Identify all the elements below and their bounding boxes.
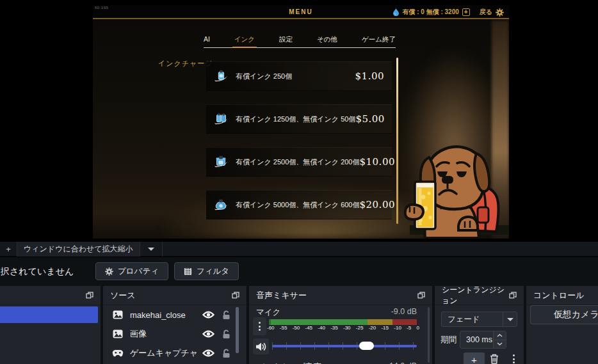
ink-2-icon (213, 111, 229, 127)
lock-icon[interactable] (222, 349, 230, 358)
shop-item-price: $5.00 (355, 113, 384, 125)
shop-item-price: $1.00 (355, 70, 384, 82)
mixer-panel-title: 音声ミキサー (256, 290, 307, 301)
controls-panel-header: コントロール (526, 286, 598, 305)
shop-section-title: インクチャージ (158, 59, 213, 68)
source-name: ゲームキャプチャ (130, 347, 198, 359)
mixer-channel2-name: デスクトップ音声 (256, 361, 321, 364)
transitions-kebab-menu[interactable] (513, 354, 515, 363)
mute-speaker-button[interactable] (253, 338, 269, 354)
meter-tick-label: -45 (305, 325, 312, 331)
game-tab[interactable]: AI (204, 35, 210, 44)
meter-tick-label: -60 (267, 325, 275, 331)
shop-scrollbar[interactable] (396, 58, 398, 224)
mixer-channel-level: -9.0 dB (391, 307, 417, 316)
popout-icon[interactable] (232, 292, 239, 299)
meter-tick-label: -40 (318, 325, 325, 331)
shop-item-row[interactable]: 有償インク 250個 $1.00 (206, 61, 392, 91)
preview-scale-bar: + ウィンドウに合わせて拡大縮小 (0, 242, 598, 257)
settings-gear-icon[interactable] (496, 8, 504, 17)
shop-item-label: 有償インク 2500個、無償インク 200個 (236, 157, 359, 167)
shop-item-label: 有償インク 5000個、無償インク 600個 (236, 200, 359, 210)
source-name: 画像 (130, 328, 147, 340)
spinner-down-button[interactable] (494, 340, 506, 349)
filter-icon (184, 267, 192, 276)
meter-tick-label: -50 (293, 325, 300, 331)
visibility-eye-icon[interactable] (202, 349, 214, 358)
spinner-up-button[interactable] (494, 331, 506, 340)
duration-label: 期間 (440, 335, 457, 345)
obs-main-window: 60:195 MENU 有償 : 0 無償 : 3200 + 戻る (0, 0, 598, 364)
transition-select[interactable]: フェード (441, 312, 517, 327)
mixer-channel-name: マイク (256, 307, 280, 318)
transitions-panel: シーントランジション フェード 期間 300 ms + (435, 286, 524, 364)
game-tab[interactable]: ゲーム終了 (362, 35, 396, 44)
scale-mode-tab[interactable]: ウィンドウに合わせて拡大縮小 (17, 242, 140, 257)
gear-icon (105, 267, 113, 276)
meter-tick-label: -10 (394, 325, 401, 331)
audio-mixer-panel: 音声ミキサー マイク -9.0 dB -60-55-50-45-40-35-30… (249, 286, 432, 364)
scenes-panel-header (0, 286, 101, 305)
volume-meter (269, 319, 417, 325)
popout-icon[interactable] (417, 292, 425, 299)
ink-bag-icon (213, 197, 229, 212)
shop-item-list: 有償インク 250個 $1.00 有償インク 1250個、無償インク 50個 $… (206, 61, 392, 233)
back-button[interactable]: 戻る (480, 8, 492, 17)
mixer-scrollbar[interactable] (428, 307, 430, 363)
filters-button[interactable]: フィルタ (174, 262, 239, 280)
shop-item-label: 有償インク 1250個、無償インク 50個 (236, 115, 355, 124)
volume-slider-handle[interactable] (359, 342, 374, 350)
shop-item-row[interactable]: 有償インク 1250個、無償インク 50個 $5.00 (206, 104, 392, 134)
scale-mode-dropdown[interactable] (140, 242, 162, 257)
meter-tick-label: -25 (356, 325, 364, 331)
add-transition-button[interactable]: + (464, 352, 485, 364)
source-list: makehai_close 画像 (103, 305, 246, 363)
transitions-panel-title: シーントランジション (442, 286, 509, 306)
mixer-kebab-menu[interactable] (253, 317, 266, 335)
popout-icon[interactable] (509, 292, 517, 299)
ink-box-icon (213, 154, 229, 170)
source-row[interactable]: ゲームキャプチャ (103, 344, 246, 363)
dog-character-illustration (402, 141, 509, 239)
sources-panel-header: ソース (103, 286, 246, 305)
game-tab[interactable]: インク (234, 35, 255, 44)
meter-tick-label: -15 (381, 325, 389, 331)
game-tab[interactable]: その他 (317, 35, 337, 44)
selected-scene-row[interactable] (0, 306, 98, 323)
visibility-eye-icon[interactable] (202, 310, 214, 319)
properties-button[interactable]: プロパティ (95, 262, 168, 280)
meter-tick-label: -5 (407, 325, 411, 331)
controls-panel-title: コントロール (533, 290, 585, 301)
meter-tick-label: -20 (369, 325, 376, 331)
meter-scale: -60-55-50-45-40-35-30-25-20-15-10-50 (267, 325, 419, 331)
trash-icon[interactable] (490, 354, 499, 364)
shop-item-row[interactable]: 有償インク 5000個、無償インク 600個 $20.00 (206, 190, 392, 219)
source-row[interactable]: makehai_close (103, 305, 246, 324)
volume-slider[interactable] (272, 340, 417, 352)
image-icon (112, 329, 124, 338)
scenes-panel (0, 286, 101, 364)
shop-item-row[interactable]: 有償インク 2500個、無償インク 200個 $10.00 (206, 147, 392, 177)
control-button[interactable]: 仮想カメラ開始 (530, 305, 598, 324)
game-tab[interactable]: 設定 (279, 35, 293, 44)
controls-panel: コントロール 配信開始 録画開始 仮想カメラ開始 (526, 286, 598, 364)
duration-spinner[interactable]: 300 ms (460, 331, 506, 349)
game-icon (112, 349, 124, 357)
currency-add-button[interactable]: + (462, 8, 470, 16)
source-name: makehai_close (130, 310, 186, 320)
meter-tick-label: -55 (280, 325, 287, 331)
mixer-panel-header: 音声ミキサー (249, 286, 432, 305)
ink-droplet-icon (393, 8, 399, 16)
source-row[interactable]: 画像 (103, 324, 246, 344)
source-toolbar: 択されていません プロパティ (0, 257, 598, 285)
sources-scrollbar[interactable] (236, 307, 239, 353)
speaker-icon (255, 342, 266, 351)
lock-icon[interactable] (222, 329, 230, 339)
visibility-eye-icon[interactable] (202, 329, 214, 338)
add-tab-button[interactable]: + (0, 244, 17, 254)
popout-icon[interactable] (86, 292, 93, 299)
lock-icon[interactable] (222, 310, 230, 320)
game-capture-preview[interactable]: 60:195 MENU 有償 : 0 無償 : 3200 + 戻る (93, 5, 509, 239)
transitions-panel-header: シーントランジション (435, 286, 524, 305)
shop-item-label: 有償インク 250個 (236, 72, 292, 81)
